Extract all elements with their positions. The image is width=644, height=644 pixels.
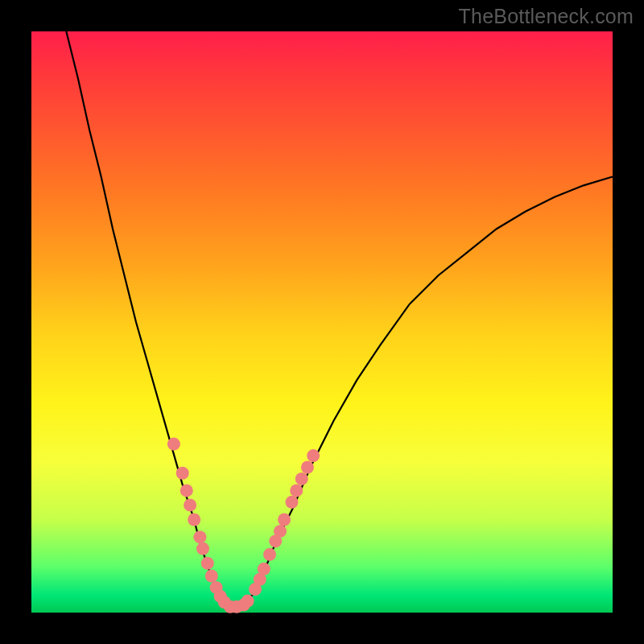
- data-marker: [278, 513, 291, 526]
- data-marker: [285, 496, 298, 509]
- data-marker: [184, 498, 196, 511]
- watermark-text: TheBottleneck.com: [459, 5, 634, 28]
- data-marker: [188, 513, 200, 526]
- chart-overlay: [31, 31, 613, 613]
- data-marker: [242, 595, 254, 608]
- data-marker: [201, 557, 214, 570]
- data-marker: [307, 449, 320, 462]
- data-marker: [205, 570, 218, 583]
- data-marker: [263, 548, 276, 561]
- data-marker: [193, 530, 206, 543]
- data-marker: [167, 438, 180, 451]
- data-marker: [301, 461, 314, 474]
- data-marker: [180, 484, 193, 497]
- data-markers: [167, 438, 320, 613]
- chart-frame: TheBottleneck.com: [0, 0, 644, 644]
- data-marker: [258, 563, 270, 576]
- data-marker: [196, 543, 209, 555]
- data-marker: [295, 473, 308, 485]
- data-marker: [176, 467, 189, 480]
- data-marker: [274, 525, 287, 538]
- data-marker: [290, 484, 303, 497]
- bottleneck-curve: [66, 31, 613, 609]
